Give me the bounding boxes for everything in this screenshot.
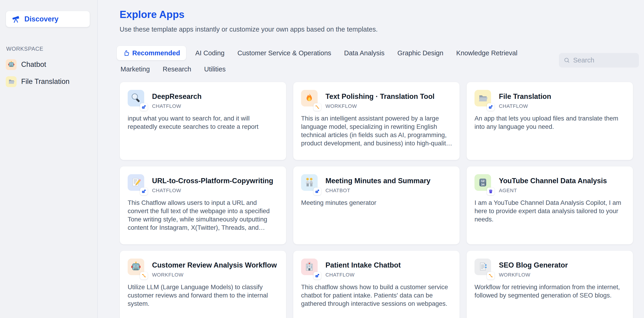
app-card-patient-intake-chatbot[interactable]: Patient Intake ChatbotCHATFLOWThis chatf… [293, 250, 460, 318]
app-card-type: CHATFLOW [152, 188, 181, 194]
tab-graphic-design[interactable]: Graphic Design [394, 46, 447, 60]
search-icon [564, 57, 570, 64]
app-card-description: I am a YouTube Channel Data Analysis Cop… [474, 199, 626, 224]
app-card-title: Patient Intake Chatbot [326, 261, 453, 269]
page-title: Explore Apps [120, 9, 184, 20]
discovery-label: Discovery [24, 15, 58, 23]
chatflow-badge-icon [314, 188, 321, 195]
workspace-items: ChatbotFile Translation [6, 58, 92, 88]
sidebar-item-discovery[interactable]: Discovery [6, 11, 90, 27]
tab-utilities[interactable]: Utilities [200, 62, 229, 77]
agent-badge-icon [487, 188, 494, 195]
tab-label: Data Analysis [344, 49, 384, 57]
app-card-type: CHATFLOW [152, 103, 181, 109]
app-card-title: URL-to-Cross-Platform-Copywriting [152, 177, 279, 185]
app-card-seo-blog-generator[interactable]: SEO Blog GeneratorWORKFLOWWorkflow for r… [466, 250, 633, 318]
tab-label: Recommended [132, 49, 180, 57]
app-card-type: WORKFLOW [152, 272, 184, 278]
svg-text:12: 12 [481, 179, 484, 183]
workflow-badge-icon [487, 272, 494, 279]
app-card-title: DeepResearch [152, 92, 279, 101]
app-card-type: CHATFLOW [499, 103, 528, 109]
chatflow-badge-icon [140, 103, 148, 111]
workflow-badge-icon [314, 103, 321, 111]
tab-research[interactable]: Research [159, 62, 195, 77]
tab-label: Graphic Design [398, 49, 444, 57]
app-card-file-translation[interactable]: File TranslationCHATFLOWAn app that lets… [466, 82, 633, 160]
app-card-url-to-cross-platform-copywriting[interactable]: URL-to-Cross-Platform-CopywritingCHATFLO… [120, 166, 286, 244]
svg-text:34: 34 [481, 183, 484, 186]
tab-label: Customer Service & Operations [237, 49, 331, 57]
search-input[interactable] [573, 56, 634, 64]
app-card-description: Workflow for retrieving information from… [474, 283, 626, 299]
tab-label: AI Coding [195, 49, 224, 57]
app-card-title: YouTube Channel Data Analysis [499, 177, 626, 185]
workflow-badge-icon [140, 272, 148, 279]
workspace-section-label: WORKSPACE [6, 46, 43, 52]
app-card-description: Meeting minutes generator [301, 199, 452, 207]
app-card-title: Meeting Minutes and Summary [326, 177, 453, 185]
app-card-meeting-minutes-and-summary[interactable]: Meeting Minutes and SummaryCHATBOTMeetin… [293, 166, 460, 244]
app-card-customer-review-analysis-workflow[interactable]: Customer Review Analysis WorkflowWORKFLO… [120, 250, 286, 318]
folder-emoji-icon [6, 76, 16, 87]
app-card-title: Text Polishing · Translation Tool [326, 92, 453, 101]
app-card-description: Utilize LLM (Large Language Models) to c… [128, 283, 279, 308]
app-cards-grid: DeepResearchCHATFLOWinput what you want … [120, 82, 633, 318]
app-card-description: This chatflow shows how to build a custo… [301, 283, 452, 308]
sidebar-item-label: Chatbot [21, 60, 46, 69]
tab-customer-service-operations[interactable]: Customer Service & Operations [234, 46, 335, 60]
app-card-description: input what you want to search for, and i… [128, 114, 279, 131]
sidebar: Discovery WORKSPACE ChatbotFile Translat… [0, 0, 98, 318]
explore-apps-page: { "sidebar": { "discovery_label": "Disco… [0, 0, 644, 318]
app-card-title: SEO Blog Generator [499, 261, 626, 269]
app-card-deepresearch[interactable]: DeepResearchCHATFLOWinput what you want … [120, 82, 286, 160]
tab-label: Utilities [204, 65, 226, 73]
tab-ai-coding[interactable]: AI Coding [191, 46, 228, 60]
tab-data-analysis[interactable]: Data Analysis [340, 46, 388, 60]
app-card-text-polishing-translation-tool[interactable]: Text Polishing · Translation ToolWORKFLO… [293, 82, 460, 160]
page-subtitle: Use these template apps instantly or cus… [120, 26, 378, 33]
app-card-title: Customer Review Analysis Workflow [152, 261, 279, 269]
app-card-description: This Chatflow allows users to input a UR… [128, 199, 279, 232]
tab-knowledge-retrieval[interactable]: Knowledge Retrieval [452, 46, 522, 60]
tab-label: Research [162, 65, 191, 73]
chatflow-badge-icon [314, 272, 321, 279]
telescope-icon [12, 15, 21, 24]
app-card-youtube-channel-data-analysis[interactable]: 1234YouTube Channel Data AnalysisAGENTI … [466, 166, 633, 244]
sidebar-item-label: File Translation [21, 77, 70, 86]
app-card-type: CHATFLOW [326, 272, 355, 278]
app-card-type: WORKFLOW [499, 272, 530, 278]
sidebar-item-file-translation[interactable]: File Translation [6, 75, 92, 88]
app-card-title: File Translation [499, 92, 626, 101]
app-card-type: CHATBOT [326, 188, 350, 194]
app-card-description: An app that lets you upload files and tr… [474, 114, 626, 131]
app-card-type: AGENT [499, 188, 517, 194]
chatflow-badge-icon [140, 188, 148, 195]
tab-label: Knowledge Retrieval [456, 49, 518, 57]
app-card-type: WORKFLOW [326, 103, 357, 109]
app-card-description: This is an intelligent assistant powered… [301, 114, 452, 147]
tab-recommended[interactable]: Recommended [116, 46, 186, 60]
sidebar-item-chatbot[interactable]: Chatbot [6, 58, 92, 71]
thumb-up-icon [123, 50, 130, 57]
tab-marketing[interactable]: Marketing [116, 62, 154, 77]
category-tabs: RecommendedAI CodingCustomer Service & O… [116, 46, 551, 77]
search-box[interactable] [559, 53, 639, 68]
chatflow-badge-icon [487, 103, 494, 111]
robot-emoji-icon [6, 59, 16, 70]
tab-label: Marketing [120, 65, 150, 73]
